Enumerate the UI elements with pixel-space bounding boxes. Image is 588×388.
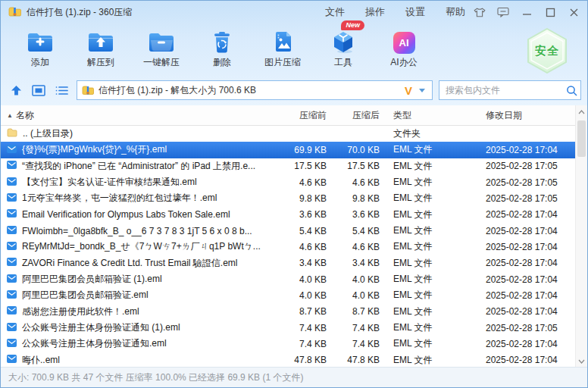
file-row[interactable]: 【支付宝】实名认证-证件审核结果通知.eml 4.6 KB 4.6 KB EML… [1,174,576,190]
file-row[interactable]: 晦仆..eml 47.8 KB 47.8 KB EML 文件 2025-02-2… [1,352,576,368]
file-size-before: 17.5 KB [267,158,331,174]
menu-action[interactable]: 操作 [365,5,385,19]
file-type: EML 文件 [384,255,477,271]
folder-open-icon [148,28,175,54]
toolbar-delete-button[interactable]: 删除 [192,25,252,75]
file-row[interactable]: 感谢您注册使用此软件！.eml 8.7 KB 8.7 KB EML 文件 202… [1,304,576,320]
skin-shirt-icon[interactable] [474,6,486,18]
search-icon[interactable] [566,85,577,96]
minimize-button[interactable] [521,6,533,18]
file-size-before: 47.8 KB [267,352,331,368]
eml-file-icon [7,258,17,268]
ai-gradient-icon: AI [393,28,415,54]
file-size-before: 4.6 KB [267,239,331,255]
toolbar-tools-button[interactable]: New 工具 [313,25,374,75]
scroll-up-icon[interactable] [576,107,587,117]
eml-file-icon [7,209,17,220]
scrollbar-thumb[interactable] [577,120,586,157]
status-text: 大小: 700.9 KB 共 47 个文件 压缩率 100.0% 已经选择 69… [8,371,303,384]
menu-help[interactable]: 帮助 [446,5,465,19]
file-size-after: 9.8 KB [331,190,384,206]
eml-file-icon [7,193,17,204]
parent-dir-row[interactable]: .. (上级目录) 文件夹 [1,126,576,142]
eml-file-icon [7,306,17,317]
zip-file-icon [82,86,94,95]
menu-settings[interactable]: 设置 [405,5,425,19]
file-size-before: 4.0 KB [267,271,331,287]
view-mode-icon[interactable] [30,81,48,99]
eml-file-icon [7,177,17,188]
file-size-after: 4.0 KB [331,287,384,303]
menu-file[interactable]: 文件 [325,5,345,19]
safety-badge[interactable]: 安全 [525,28,569,74]
column-header-name[interactable]: ▲ 名称 [1,109,267,122]
file-date: 2025-02-28 17:04 [477,352,576,368]
file-list-panel: ▲ 名称 压缩前 压缩后 类型 修改日期 .. (上级目录) [1,105,587,368]
folder-plus-icon [27,28,54,54]
up-directory-icon[interactable] [7,81,25,99]
file-size-after: 4.6 KB [331,239,384,255]
scrollbar[interactable] [575,105,587,368]
vip-v-label[interactable]: V [405,84,412,97]
file-type: EML 文件 [384,174,477,190]
column-header-before[interactable]: 压缩前 [267,105,331,125]
list-header: ▲ 名称 压缩前 压缩后 类型 修改日期 [1,105,576,126]
toolbar-ai-office-label: AI办公 [390,56,417,69]
toolbar-one-click-extract-button[interactable]: 一键解压 [131,25,192,75]
eml-file-icon [7,290,17,301]
file-row[interactable]: FWloimbh=_0lga8bfk_B_ o__6 7 3 7 8 3 1jT… [1,223,576,239]
file-row[interactable]: REyMrMtJd=_bondk_B_せ《7ㄅWㄘ7+ㄌ厂ㄐq1P bWtㄅ..… [1,239,576,255]
column-header-after[interactable]: 压缩后 [331,105,384,125]
file-type: EML 文件 [384,271,477,287]
file-row[interactable]: 1元夺宝年终奖，屯一波猛烈的红包过壕年！.eml 9.8 KB 9.8 KB E… [1,190,576,206]
file-size-before: 5.4 KB [267,223,331,239]
search-input[interactable] [439,85,566,95]
file-row[interactable]: ZAVORi Finance & Credit Ltd. Trust Email… [1,255,576,271]
file-type: EML 文件 [384,287,477,303]
file-name: {發}%{票}MPgWnkv{贷}^_%{开}.eml [22,143,167,156]
file-size-after: 4.0 KB [331,271,384,287]
address-bar[interactable]: 信件打包 (1).zip - 解包大小为 700.6 KB V [77,80,433,100]
file-size-after: 4.6 KB [331,174,384,190]
list-view-icon[interactable] [52,81,70,99]
file-size-after: 70.0 KB [331,142,384,158]
status-bar: 大小: 700.9 KB 共 47 个文件 压缩率 100.0% 已经选择 69… [1,367,587,387]
file-name: 公众账号注册主体身份验证通知.eml [22,337,167,350]
file-size-before: 3.6 KB [267,207,331,223]
file-name: Email Verification for Olympus Labs Toke… [22,209,230,220]
parent-dir-type: 文件夹 [384,126,477,142]
sort-asc-icon: ▲ [7,112,13,119]
file-date: 2025-02-28 17:04 [477,336,576,352]
toolbar-image-compress-label: 图片压缩 [264,56,301,69]
file-date: 2025-02-28 17:05 [477,320,576,336]
file-row[interactable]: 公众账号注册主体身份验证通知 (1).eml 7.4 KB 7.4 KB EML… [1,320,576,336]
file-row[interactable]: 公众账号注册主体身份验证通知.eml 7.4 KB 7.4 KB EML 文件 … [1,336,576,352]
file-name: ZAVORi Finance & Credit Ltd. Trust Email… [22,257,238,270]
column-header-type[interactable]: 类型 [384,105,477,125]
file-size-after: 7.4 KB [331,336,384,352]
file-type: EML 文件 [384,207,477,223]
folder-icon [7,128,17,139]
toolbar-image-compress-button[interactable]: 图片压缩 [252,25,313,75]
close-button[interactable] [568,6,580,18]
file-row[interactable]: Email Verification for Olympus Labs Toke… [1,207,576,223]
file-size-before: 4.6 KB [267,174,331,190]
toolbar-extract-to-button[interactable]: 解压到 [70,25,131,75]
scroll-down-icon[interactable] [576,356,587,367]
file-row[interactable]: {發}%{票}MPgWnkv{贷}^_%{开}.eml 69.9 KB 70.0… [1,142,576,158]
feedback-icon[interactable] [497,6,509,18]
file-type: EML 文件 [384,158,477,174]
toolbar-ai-office-button[interactable]: AI AI办公 [374,25,434,75]
file-type: EML 文件 [384,190,477,206]
search-box [439,80,581,100]
title-bar[interactable]: 信件打包 (1).zip - 360压缩 文件 操作 设置 帮助 [1,1,587,23]
toolbar-add-button[interactable]: 添加 [10,25,70,75]
maximize-button[interactable] [544,6,556,18]
zip-app-icon [8,7,21,17]
chevron-down-icon[interactable] [418,88,426,93]
column-header-date[interactable]: 修改日期 [477,105,576,125]
file-row[interactable]: 阿里巴巴集团会员邮箱验证 (1).eml 4.0 KB 4.0 KB EML 文… [1,271,576,287]
file-date: 2025-02-28 17:04 [477,142,576,158]
file-row[interactable]: “查找我的 iPhone” 已在 “Administrator” 的 iPad … [1,158,576,174]
file-row[interactable]: 阿里巴巴集团会员邮箱验证.eml 4.0 KB 4.0 KB EML 文件 20… [1,287,576,303]
